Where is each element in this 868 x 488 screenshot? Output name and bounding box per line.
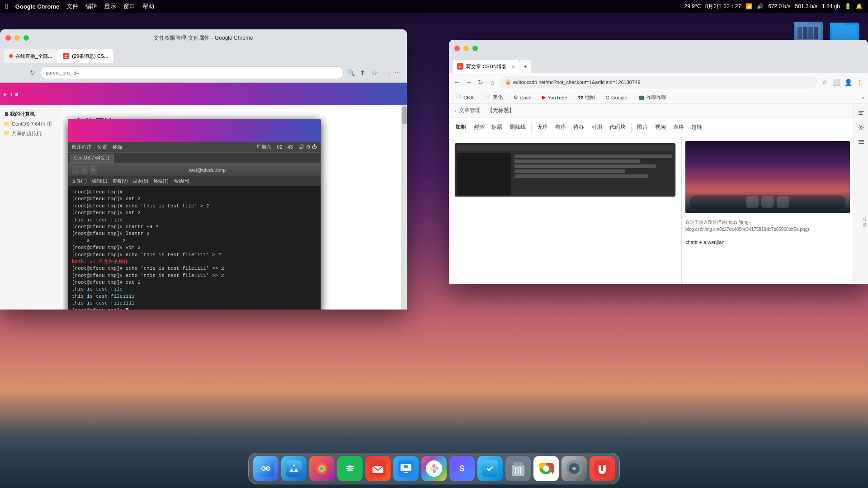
dock-magnet[interactable] (590, 456, 615, 481)
chrome-1-omnibox[interactable]: parent_pro_id= (40, 66, 344, 79)
dock-trash[interactable] (505, 456, 531, 481)
tool-link[interactable]: 超链 (689, 121, 705, 134)
chrome-1-max[interactable] (24, 35, 29, 41)
tool-video[interactable]: 视频 (652, 121, 669, 134)
bookmarks-more[interactable]: » (862, 95, 864, 100)
chrome-2-profile[interactable]: 👤 (844, 78, 853, 87)
chrome-2-tab-new[interactable]: + (519, 60, 531, 73)
bookmark-beautify[interactable]: 📄 美化 (482, 93, 505, 102)
term-menu-file[interactable]: 文件(F) (72, 178, 87, 184)
chrome-1-bookmark[interactable]: ☆ (370, 68, 379, 77)
bookmark-map[interactable]: 🗺 地图 (576, 93, 598, 102)
chrome-2-max[interactable] (472, 46, 478, 51)
csdn-editor-pane[interactable] (449, 137, 682, 284)
tool-heading[interactable]: 标题 (489, 121, 505, 134)
term-menu-view[interactable]: 查看(V) (113, 178, 127, 184)
tool-table[interactable]: 表格 (670, 121, 687, 134)
menu-window[interactable]: 窗口 (123, 2, 135, 10)
bookmark-clash[interactable]: ⚙ clash (511, 94, 534, 101)
chrome-2-forward[interactable]: → (464, 78, 473, 87)
chrome-1-more[interactable]: ⋯ (393, 68, 402, 77)
term-menu-terminal[interactable]: 终端(T) (154, 178, 169, 184)
chrome-2-bookmark[interactable]: ☆ (820, 78, 829, 87)
term-menu-help[interactable]: 帮助(H) (174, 178, 189, 184)
centos-close[interactable]: ✕ (90, 166, 97, 174)
chrome-2-omnibox[interactable]: 🔒 editor.csdn.net/md?not_checkout=1&arti… (500, 76, 817, 89)
dock-disk[interactable] (561, 456, 587, 481)
bookmark-cka[interactable]: 📄 CKA (453, 94, 476, 101)
tool-ul[interactable]: 无序 (534, 121, 551, 134)
chrome-1-forward[interactable]: → (16, 68, 25, 77)
chrome-1-reload[interactable]: ↻ (28, 68, 37, 77)
chrome-2-reload[interactable]: ↻ (476, 78, 485, 87)
bookmark-google[interactable]: G Google (603, 94, 630, 101)
tool-strikethrough[interactable]: 删除线 (507, 121, 528, 134)
scrollbar[interactable] (401, 105, 407, 310)
scrollbar-thumb[interactable] (402, 106, 407, 124)
tool-ol[interactable]: 有序 (552, 121, 569, 134)
centos-menu-loc[interactable]: 位置 (97, 144, 107, 150)
breadcrumb-current: 【无标题】 (487, 107, 514, 114)
centos-maximize[interactable]: □ (81, 166, 88, 174)
chrome-1-back[interactable]: ← (5, 68, 14, 77)
tool-todo[interactable]: 待办 (571, 121, 587, 134)
chrome-1-min[interactable] (14, 35, 20, 41)
right-toolbar-outline[interactable] (856, 108, 867, 118)
centos-tab-1[interactable]: CentOS 7 64位 :1 (70, 154, 114, 163)
menu-google-chrome[interactable]: Google Chrome (15, 3, 60, 10)
chrome-2-back[interactable]: ← (453, 78, 462, 87)
svg-point-61 (573, 468, 575, 469)
chrome-2-close[interactable] (454, 46, 460, 51)
dock-chrome[interactable] (533, 456, 559, 481)
centos-menu-apps[interactable]: 应用程序 (72, 144, 92, 150)
dock-setapp[interactable]: S (449, 456, 475, 481)
right-toolbar-menu[interactable] (856, 136, 867, 147)
chrome-2-tab-1[interactable]: C 写文章-CSDN博客 ✕ (453, 60, 519, 73)
bookmark-bilibili[interactable]: 📺 咋哩咋哩 (636, 93, 669, 102)
svg-rect-15 (859, 113, 862, 113)
terminal-body[interactable]: [root@qfedu tmp]# [root@qfedu tmp]# cat … (68, 186, 321, 310)
term-output-1: this is test file (72, 217, 317, 224)
menu-view[interactable]: 显示 (104, 2, 116, 10)
menu-file[interactable]: 文件 (66, 2, 78, 10)
chrome-2-tab-1-close[interactable]: ✕ (511, 64, 515, 69)
tool-image[interactable]: 图片 (634, 121, 651, 134)
bookmark-youtube[interactable]: ▶ YouTube (539, 94, 570, 101)
fm-sidebar-shared[interactable]: 📁 共享的虚拟机 (0, 129, 63, 138)
dock-appstore[interactable] (281, 456, 307, 481)
term-output-5: this is test file1111 (72, 293, 317, 300)
tool-bold[interactable]: 加粗 (453, 121, 469, 134)
dock-finder[interactable] (253, 456, 278, 481)
chrome-2-screenshot[interactable]: ⬜ (832, 78, 841, 87)
dock-photos[interactable] (421, 456, 447, 481)
chrome-1-tab-1[interactable]: 在线直播_全部... (4, 49, 57, 63)
vm-controls: ▶ ⏸ ⏹ (4, 92, 19, 97)
tool-code[interactable]: 代码块 (607, 121, 628, 134)
term-menu-search[interactable]: 搜索(S) (133, 178, 148, 184)
breadcrumb-home[interactable]: 文章管理 (459, 107, 481, 114)
chrome-1-search[interactable]: 🔍 (346, 68, 355, 77)
chrome-1-extensions[interactable]: ⬜ (382, 68, 391, 77)
svg-text:C: C (65, 54, 68, 59)
centos-minimize[interactable]: _ (72, 166, 79, 174)
tool-quote[interactable]: 引用 (589, 121, 605, 134)
dock-spotify[interactable] (337, 456, 363, 481)
chrome-2-home[interactable]: ⌂ (488, 78, 497, 87)
menu-help[interactable]: 帮助 (142, 2, 154, 10)
chrome-2-more[interactable]: ⋮ (855, 78, 864, 87)
centos-menu-term[interactable]: 终端 (113, 144, 123, 150)
dock-airmail[interactable] (365, 456, 391, 481)
chrome-1-tab-2[interactable]: C (29条消息) CS... (57, 49, 113, 63)
chrome-2-min[interactable] (463, 46, 469, 51)
tool-italic[interactable]: 斜体 (471, 121, 487, 134)
term-menu-edit[interactable]: 编辑(E) (92, 178, 107, 184)
right-toolbar-settings[interactable] (856, 122, 867, 133)
dock-firefox[interactable] (309, 456, 335, 481)
dock-things[interactable] (477, 456, 503, 481)
chrome-1-close[interactable] (5, 35, 11, 41)
chrome-1-share[interactable]: ⬆ (358, 68, 367, 77)
dock-screens[interactable] (393, 456, 419, 481)
apple-icon[interactable]:  (5, 2, 8, 10)
fm-sidebar-centos[interactable]: 📁 CentOS 7 64位 ① (0, 119, 63, 129)
menu-edit[interactable]: 编辑 (85, 2, 97, 10)
